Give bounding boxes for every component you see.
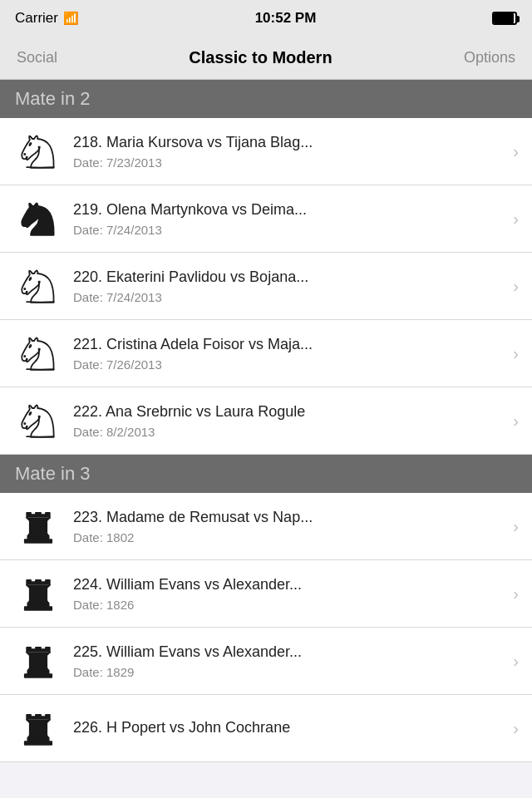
section-header-1: Mate in 3 <box>0 455 532 493</box>
piece-icon <box>13 126 63 176</box>
section-header-text-1: Mate in 3 <box>15 463 91 485</box>
chevron-icon: › <box>513 277 519 296</box>
piece-icon <box>13 261 63 311</box>
item-subtitle: Date: 8/2/2013 <box>73 425 503 439</box>
chevron-icon: › <box>513 652 519 671</box>
list-item[interactable]: 225. William Evans vs Alexander... Date:… <box>0 628 532 695</box>
item-subtitle: Date: 7/24/2013 <box>73 223 503 237</box>
list-item[interactable]: 224. William Evans vs Alexander... Date:… <box>0 560 532 628</box>
chevron-icon: › <box>513 209 519 229</box>
item-title: 223. Madame de Remusat vs Nap... <box>73 508 503 527</box>
item-title: 218. Maria Kursova vs Tijana Blag... <box>73 133 503 152</box>
item-subtitle: Date: 1826 <box>73 598 503 612</box>
item-subtitle: Date: 1802 <box>73 530 503 544</box>
item-title: 226. H Popert vs John Cochrane <box>73 718 503 737</box>
item-title: 222. Ana Srebrnic vs Laura Rogule <box>73 402 503 421</box>
item-title: 225. William Evans vs Alexander... <box>73 643 503 662</box>
chevron-icon: › <box>513 517 519 536</box>
list-item[interactable]: 222. Ana Srebrnic vs Laura Rogule Date: … <box>0 387 532 455</box>
piece-icon <box>13 194 63 244</box>
status-bar: Carrier 📶 10:52 PM <box>0 0 532 37</box>
piece-icon <box>13 328 63 378</box>
chevron-icon: › <box>513 584 519 603</box>
list-item[interactable]: 226. H Popert vs John Cochrane › <box>0 695 532 762</box>
carrier-label: Carrier 📶 <box>15 10 79 27</box>
wifi-icon: 📶 <box>63 11 79 26</box>
list-item[interactable]: 219. Olena Martynkova vs Deima... Date: … <box>0 185 532 253</box>
options-button[interactable]: Options <box>461 42 519 73</box>
content-list: Mate in 2 218. Maria Kursova vs Tijana B… <box>0 80 532 762</box>
item-subtitle: Date: 1829 <box>73 665 503 679</box>
chevron-icon: › <box>513 142 519 161</box>
list-item[interactable]: 221. Cristina Adela Foisor vs Maja... Da… <box>0 320 532 387</box>
item-subtitle: Date: 7/26/2013 <box>73 357 503 372</box>
piece-icon <box>13 569 63 618</box>
piece-icon <box>13 501 63 551</box>
piece-icon <box>13 636 63 686</box>
item-title: 221. Cristina Adela Foisor vs Maja... <box>73 335 503 354</box>
piece-icon <box>13 396 63 446</box>
piece-icon <box>13 703 63 753</box>
item-subtitle: Date: 7/23/2013 <box>73 155 503 170</box>
list-item[interactable]: 223. Madame de Remusat vs Nap... Date: 1… <box>0 493 532 560</box>
nav-title: Classic to Modern <box>189 48 332 67</box>
list-item[interactable]: 220. Ekaterini Pavlidou vs Bojana... Dat… <box>0 253 532 320</box>
section-header-0: Mate in 2 <box>0 80 532 118</box>
chevron-icon: › <box>513 411 519 431</box>
item-subtitle: Date: 7/24/2013 <box>73 290 503 304</box>
chevron-icon: › <box>513 344 519 363</box>
list-item[interactable]: 218. Maria Kursova vs Tijana Blag... Dat… <box>0 118 532 185</box>
time-label: 10:52 PM <box>255 10 317 27</box>
section-header-text-0: Mate in 2 <box>15 88 91 110</box>
item-title: 224. William Evans vs Alexander... <box>73 575 503 594</box>
social-button[interactable]: Social <box>13 42 61 73</box>
item-title: 219. Olena Martynkova vs Deima... <box>73 200 503 219</box>
item-title: 220. Ekaterini Pavlidou vs Bojana... <box>73 268 503 287</box>
chevron-icon: › <box>513 719 519 738</box>
battery-icon <box>492 12 517 25</box>
nav-bar: Social Classic to Modern Options <box>0 37 532 80</box>
